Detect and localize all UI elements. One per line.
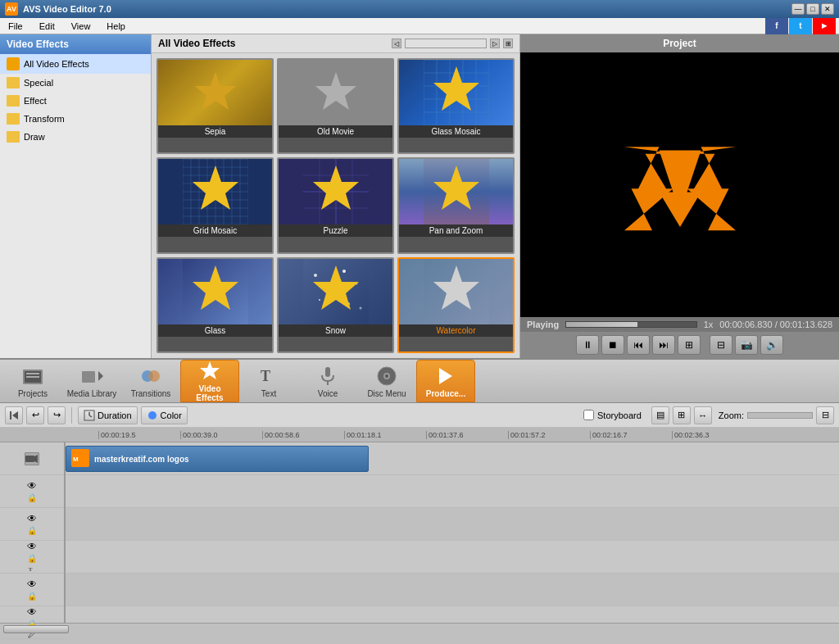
- timeline-start-button[interactable]: [5, 406, 23, 424]
- lock-icon-1[interactable]: 🔒: [27, 493, 37, 502]
- timeline-grid-button[interactable]: ⊞: [673, 406, 691, 424]
- eye-icon-3[interactable]: 👁: [27, 541, 37, 552]
- effect-puzzle[interactable]: Puzzle: [277, 157, 394, 253]
- effect-grid-mosaic-label: Grid Mosaic: [158, 224, 272, 237]
- effect-glass-mosaic[interactable]: Glass Mosaic: [397, 58, 515, 154]
- zoom-slider[interactable]: [747, 412, 813, 419]
- category-transform-label: Transform: [24, 114, 65, 124]
- scroll-left-button[interactable]: ◁: [392, 39, 401, 48]
- effect-watercolor[interactable]: Watercolor: [397, 257, 515, 353]
- eye-icon-4[interactable]: 👁: [27, 578, 37, 590]
- tab-produce[interactable]: Produce...: [416, 360, 475, 402]
- tab-video-effects[interactable]: Video Effects: [180, 360, 239, 402]
- effect-grid-mosaic[interactable]: Grid Mosaic: [156, 157, 274, 253]
- track-video-camera-icon: [25, 452, 39, 465]
- zoom-expand-button[interactable]: ⊟: [816, 406, 834, 424]
- tab-text-label: Text: [261, 389, 276, 398]
- menu-file[interactable]: File: [3, 20, 28, 33]
- effect-snow[interactable]: Snow: [277, 257, 394, 353]
- duration-button[interactable]: Duration: [78, 406, 138, 424]
- track-video-controls: [0, 442, 64, 475]
- progress-fill: [566, 322, 637, 327]
- track-overlay-controls: 👁 🔒: [0, 475, 64, 508]
- scroll-right-button[interactable]: ▷: [490, 39, 500, 48]
- svg-marker-0: [195, 72, 236, 110]
- stop-button[interactable]: ⏹: [601, 335, 624, 355]
- eye-icon-2[interactable]: 👁: [27, 513, 37, 524]
- effect-old-movie[interactable]: Old Movie: [277, 58, 394, 154]
- tab-video-effects-label: Video Effects: [184, 384, 235, 402]
- time-display: 00:00:06.830 / 00:01:13.628: [719, 320, 832, 329]
- transitions-icon: [139, 365, 162, 388]
- lock-icon-4[interactable]: 🔒: [27, 592, 37, 601]
- screenshot-button[interactable]: 📷: [735, 335, 758, 355]
- app-window: AV AVS Video Editor 7.0 — □ ✕ File Edit …: [0, 0, 839, 644]
- pause-button[interactable]: ⏸: [576, 335, 599, 355]
- horizontal-scrollbar[interactable]: [0, 623, 839, 634]
- effect-pan-zoom[interactable]: Pan and Zoom: [397, 157, 515, 253]
- menu-edit[interactable]: Edit: [34, 20, 60, 33]
- screen-button[interactable]: ⊟: [710, 335, 732, 355]
- eye-icon-1[interactable]: 👁: [27, 480, 37, 492]
- category-transform[interactable]: Transform: [0, 110, 151, 128]
- category-special-label: Special: [24, 78, 53, 88]
- track-extra1-controls: 👁 🔒: [0, 574, 64, 606]
- loop-button[interactable]: ⊞: [678, 335, 701, 355]
- timeline-redo-button[interactable]: ↪: [48, 406, 66, 424]
- prev-button[interactable]: ⏮: [627, 335, 650, 355]
- effect-glass[interactable]: Glass: [156, 257, 274, 353]
- svg-point-24: [342, 270, 346, 273]
- svg-point-50: [385, 374, 388, 378]
- svg-marker-52: [10, 411, 11, 420]
- tab-text[interactable]: T Text: [239, 360, 298, 402]
- category-effect-label: Effect: [24, 96, 47, 106]
- facebook-icon[interactable]: f: [765, 18, 788, 34]
- menu-help[interactable]: Help: [102, 20, 130, 33]
- track-6: [66, 606, 839, 623]
- track-audio-controls: 👁 🔒: [0, 508, 64, 541]
- speed-label: 1x: [704, 320, 714, 329]
- tab-bar: Projects Media Library Transitions: [0, 358, 839, 403]
- svg-point-57: [148, 411, 156, 420]
- youtube-icon[interactable]: ▶: [813, 18, 836, 34]
- app-icon: AV: [5, 2, 18, 16]
- effect-sepia[interactable]: Sepia: [156, 58, 274, 154]
- timeline-view-button[interactable]: ▤: [651, 406, 669, 424]
- progress-bar[interactable]: [565, 321, 697, 328]
- svg-rect-38: [26, 373, 39, 374]
- track-text-controls: 👁 🔒 T: [0, 541, 64, 574]
- scrollbar-thumb[interactable]: [3, 625, 69, 633]
- audio-button[interactable]: 🔊: [760, 335, 783, 355]
- tab-media-library[interactable]: Media Library: [62, 360, 121, 402]
- tab-disc-menu[interactable]: Disc Menu: [357, 360, 416, 402]
- category-draw[interactable]: Draw: [0, 128, 151, 146]
- menu-view[interactable]: View: [66, 20, 96, 33]
- close-button[interactable]: ✕: [821, 3, 834, 15]
- tab-transitions[interactable]: Transitions: [121, 360, 180, 402]
- track-extra2-controls: 👁 🔒: [0, 606, 64, 639]
- svg-marker-41: [98, 371, 103, 381]
- lock-icon-3[interactable]: 🔒: [27, 554, 37, 563]
- grid-view-button[interactable]: ⊞: [503, 39, 513, 48]
- category-special[interactable]: Special: [0, 74, 151, 92]
- storyboard-checkbox[interactable]: [583, 410, 594, 420]
- svg-text:T: T: [29, 566, 33, 573]
- track-video: M masterkreatif.com logos: [66, 442, 839, 475]
- category-effect[interactable]: Effect: [0, 92, 151, 110]
- video-clip[interactable]: M masterkreatif.com logos: [66, 446, 369, 472]
- lock-icon-2[interactable]: 🔒: [27, 526, 37, 535]
- svg-rect-46: [325, 367, 330, 377]
- effects-scrollbar[interactable]: [405, 39, 487, 48]
- color-button[interactable]: Color: [141, 406, 188, 424]
- category-all[interactable]: All Video Effects: [0, 54, 151, 74]
- timeline-fit-button[interactable]: ↔: [694, 406, 712, 424]
- eye-icon-5[interactable]: 👁: [27, 606, 37, 618]
- timeline-undo-button[interactable]: ↩: [26, 406, 44, 424]
- twitter-icon[interactable]: t: [789, 18, 812, 34]
- next-button[interactable]: ⏭: [652, 335, 675, 355]
- effect-sepia-label: Sepia: [158, 125, 272, 138]
- restore-button[interactable]: □: [806, 3, 819, 15]
- tab-voice[interactable]: Voice: [298, 360, 357, 402]
- minimize-button[interactable]: —: [791, 3, 805, 15]
- tab-projects[interactable]: Projects: [3, 360, 62, 402]
